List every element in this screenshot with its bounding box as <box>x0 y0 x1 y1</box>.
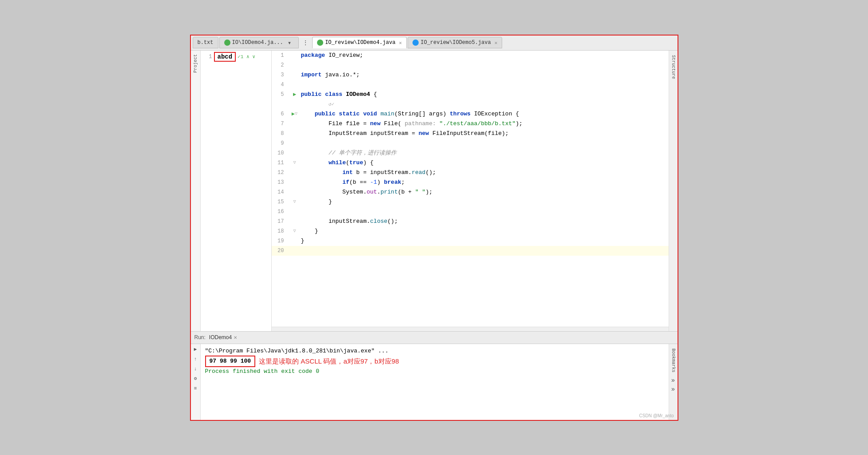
code-line-19: 19 } <box>272 236 669 246</box>
file-panel-row: 1 abcd ✓1 ∧ ∨ <box>201 51 271 63</box>
line-num: 1 <box>272 51 289 60</box>
tab-close-icon[interactable]: ✕ <box>399 40 402 46</box>
watermark: CSDN @Mr_anto <box>639 413 674 418</box>
bottom-right-sidebar: Bookmarks » » <box>669 344 678 420</box>
bookmark-icon-3: ▽ <box>293 197 296 207</box>
run-tab-iodemo4[interactable]: IODemo4 ✕ <box>209 334 237 340</box>
line-num: 10 <box>272 148 289 158</box>
line-content: } <box>301 236 669 246</box>
code-line-3: 3 import java.io.*; <box>272 70 669 80</box>
console-line-path: "C:\Program Files\Java\jdk1.8.0_281\bin\… <box>205 347 664 356</box>
code-line-18: 18 ▽ } <box>272 226 669 236</box>
line-content: } <box>301 226 669 236</box>
tab-iodemo4-io[interactable]: IO\IODemo4.ja... ▾ <box>219 37 299 48</box>
expand-icon-2[interactable]: » <box>671 386 675 393</box>
line-num: 17 <box>272 217 289 226</box>
horizontal-scrollbar[interactable] <box>272 327 669 331</box>
line-num: 20 <box>272 246 289 256</box>
line-content: inputStream.close(); <box>301 217 669 226</box>
structure-tab[interactable]: Structure <box>670 52 677 82</box>
code-line-15: 15 ▽ } <box>272 197 669 207</box>
tab-label: IO_review\IODemo4.java <box>325 40 395 46</box>
line-content: } <box>301 197 669 207</box>
filter-button[interactable]: ≡ <box>192 385 199 392</box>
code-line-13: 13 if(b == -1) break; <box>272 178 669 187</box>
code-line-9: 9 <box>272 138 669 148</box>
bookmarks-tab[interactable]: Bookmarks <box>670 346 677 375</box>
line-num: 13 <box>272 178 289 187</box>
tab-iodemo5-review[interactable]: IO_review\IODemo5.java ✕ <box>408 37 502 48</box>
line-num: 2 <box>272 60 289 70</box>
run-button[interactable]: ▶ <box>192 346 199 353</box>
bottom-panel: Run: IODemo4 ✕ ▶ ↑ ↓ ⚙ ≡ "C:\Program Fil… <box>191 331 678 420</box>
code-line-11: 11 ▽ while(true) { <box>272 158 669 168</box>
run-arrow-icon-2[interactable]: ▶ <box>292 109 295 119</box>
line-num: 14 <box>272 187 289 197</box>
line-content: import java.io.*; <box>301 70 669 80</box>
right-sidebar: Structure <box>669 51 678 331</box>
line-content: File file = new File( pathname: "./test/… <box>301 119 669 129</box>
line-num: 6 <box>272 109 289 119</box>
code-line-fold: ↺✓ <box>272 99 669 109</box>
line-num: 5 <box>272 90 289 99</box>
expand-icon[interactable]: » <box>671 377 675 384</box>
line-content: // 单个字符，进行读操作 <box>301 148 669 158</box>
tab-iodemo4-review[interactable]: IO_review\IODemo4.java ✕ <box>312 37 407 48</box>
line-content: System.out.print(b + " "); <box>301 187 669 197</box>
line-num: 3 <box>272 70 289 80</box>
tab-dropdown-icon[interactable]: ▾ <box>285 38 294 47</box>
run-tab-bar: Run: IODemo4 ✕ <box>191 332 678 344</box>
code-line-6: 6 ▶ ▽ public static void main(String[] a… <box>272 109 669 119</box>
line-num: 9 <box>272 138 289 148</box>
run-tab-close-icon[interactable]: ✕ <box>234 335 237 340</box>
tab-b-txt[interactable]: b.txt <box>193 37 218 48</box>
console-output-value: 97 98 99 100 <box>205 356 256 367</box>
code-line-2: 2 <box>272 60 669 70</box>
code-line-20: 20 <box>272 246 669 256</box>
line-num: 12 <box>272 168 289 178</box>
settings-button[interactable]: ⚙ <box>192 375 199 382</box>
console-text-area: "C:\Program Files\Java\jdk1.8.0_281\bin\… <box>201 344 669 420</box>
project-label[interactable]: Project <box>193 54 198 73</box>
code-line-17: 17 inputStream.close(); <box>272 217 669 226</box>
line-content: int b = inputStream.read(); <box>301 168 669 178</box>
code-line-8: 8 InputStream inputStream = new FileInpu… <box>272 129 669 138</box>
tab-close-icon-2[interactable]: ✕ <box>495 40 498 46</box>
file-panel: 1 abcd ✓1 ∧ ∨ <box>201 51 272 331</box>
line-gutter: ▽ <box>289 226 301 236</box>
line-gutter: ▽ <box>289 197 301 207</box>
java-icon-green <box>224 40 230 46</box>
line-content: ↺✓ <box>301 99 669 109</box>
line-num: 7 <box>272 119 289 129</box>
tab-label: IO\IODemo4.ja... <box>232 40 283 46</box>
bookmark-icon-2: ▽ <box>293 158 296 168</box>
main-content: Project 1 abcd ✓1 ∧ ∨ 1 package IO_revie… <box>191 51 678 331</box>
code-editor[interactable]: 1 package IO_review; 2 3 import java.io.… <box>272 51 669 331</box>
line-content: public class IODemo4 { <box>301 90 669 99</box>
line-content: public static void main(String[] args) t… <box>301 109 669 119</box>
code-line-1: 1 package IO_review; <box>272 51 669 60</box>
line-num: 4 <box>272 80 289 90</box>
tab-overflow-icon[interactable]: ⋮ <box>300 38 311 47</box>
file-gutter-icons: ✓1 ∧ ∨ <box>238 54 255 59</box>
line-num: 15 <box>272 197 289 207</box>
run-label: Run: <box>194 334 206 340</box>
scroll-up-button[interactable]: ↑ <box>192 356 199 363</box>
line-content: InputStream inputStream = new FileInputS… <box>301 129 669 138</box>
console-line-process: Process finished with exit code 0 <box>205 367 664 376</box>
run-arrow-icon[interactable]: ▶ <box>293 90 296 99</box>
tab-bar: b.txt IO\IODemo4.ja... ▾ ⋮ IO_review\IOD… <box>191 36 678 51</box>
code-line-5: 5 ▶ public class IODemo4 { <box>272 90 669 99</box>
line-num: 16 <box>272 207 289 217</box>
line-content: while(true) { <box>301 158 669 168</box>
line-content: if(b == -1) break; <box>301 178 669 187</box>
line-gutter: ▽ <box>289 158 301 168</box>
line-num: 8 <box>272 129 289 138</box>
java-icon-green-2 <box>317 40 323 46</box>
file-name: abcd <box>214 52 236 62</box>
tab-label: IO_review\IODemo5.java <box>420 40 491 46</box>
left-sidebar: Project <box>191 51 201 331</box>
java-icon-blue <box>412 40 419 46</box>
scroll-down-button[interactable]: ↓ <box>192 365 199 372</box>
line-gutter: ▶ <box>289 90 301 99</box>
